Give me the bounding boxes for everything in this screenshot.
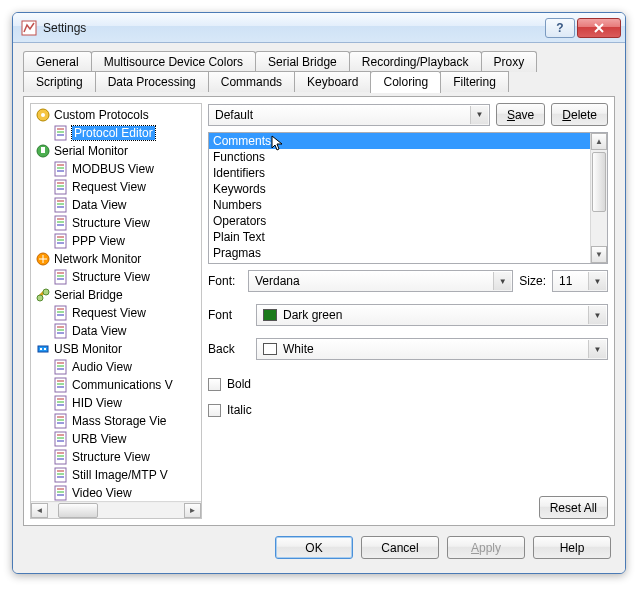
scheme-value: Default	[215, 108, 253, 122]
save-button[interactable]: Save	[496, 103, 545, 126]
svg-point-34	[37, 295, 43, 301]
svg-rect-18	[57, 200, 64, 202]
help-button[interactable]: ?	[545, 18, 575, 38]
category-tree[interactable]: Custom ProtocolsProtocol EditorSerial Mo…	[30, 103, 202, 519]
scroll-thumb[interactable]	[592, 152, 606, 212]
tree-item-structure-view[interactable]: Structure View	[31, 268, 201, 286]
scroll-left-button[interactable]: ◄	[31, 503, 48, 518]
doc-icon	[53, 359, 69, 375]
token-item-numbers[interactable]: Numbers	[209, 197, 590, 213]
tree-item-label: HID View	[72, 396, 122, 410]
token-item-keywords[interactable]: Keywords	[209, 181, 590, 197]
listbox-vertical-scrollbar[interactable]: ▲ ▼	[590, 133, 607, 263]
tree-item-request-view[interactable]: Request View	[31, 178, 201, 196]
svg-rect-31	[57, 272, 64, 274]
tree-item-usb-monitor[interactable]: USB Monitor	[31, 340, 201, 358]
font-family-select[interactable]: Verdana ▼	[248, 270, 513, 292]
tree-item-label: Data View	[72, 324, 126, 338]
svg-rect-45	[40, 348, 42, 350]
doc-icon	[53, 215, 69, 231]
reset-all-button[interactable]: Reset All	[539, 496, 608, 519]
tree-item-label: Video View	[72, 486, 132, 500]
token-item-pragmas[interactable]: Pragmas	[209, 245, 590, 261]
token-item-operators[interactable]: Operators	[209, 213, 590, 229]
tab-multisource-device-colors[interactable]: Multisource Device Colors	[91, 51, 256, 72]
bold-checkbox[interactable]	[208, 378, 221, 391]
tab-serial-bridge[interactable]: Serial Bridge	[255, 51, 350, 72]
svg-rect-20	[57, 206, 64, 208]
svg-rect-6	[57, 134, 64, 136]
ok-button[interactable]: OK	[275, 536, 353, 559]
tab-data-processing[interactable]: Data Processing	[95, 71, 209, 92]
tree-item-urb-view[interactable]: URB View	[31, 430, 201, 448]
tree-item-still-image-mtp-v[interactable]: Still Image/MTP V	[31, 466, 201, 484]
tree-item-data-view[interactable]: Data View	[31, 196, 201, 214]
tab-coloring[interactable]: Coloring	[370, 71, 441, 93]
help-button[interactable]: Help	[533, 536, 611, 559]
font-family-value: Verdana	[255, 274, 300, 288]
delete-button[interactable]: Delete	[551, 103, 608, 126]
token-item-plain-text[interactable]: Plain Text	[209, 229, 590, 245]
tree-item-audio-view[interactable]: Audio View	[31, 358, 201, 376]
tree-item-modbus-view[interactable]: MODBUS View	[31, 160, 201, 178]
token-item-identifiers[interactable]: Identifiers	[209, 165, 590, 181]
tab-scripting[interactable]: Scripting	[23, 71, 96, 92]
svg-rect-64	[57, 434, 64, 436]
cancel-button[interactable]: Cancel	[361, 536, 439, 559]
tab-keyboard[interactable]: Keyboard	[294, 71, 371, 92]
chevron-down-icon: ▼	[588, 340, 606, 358]
tree-item-network-monitor[interactable]: Network Monitor	[31, 250, 201, 268]
tree-item-structure-view[interactable]: Structure View	[31, 214, 201, 232]
tree-item-hid-view[interactable]: HID View	[31, 394, 201, 412]
scroll-track[interactable]	[48, 503, 184, 518]
tree-item-ppp-view[interactable]: PPP View	[31, 232, 201, 250]
font-color-select[interactable]: Dark green ▼	[256, 304, 608, 326]
tree-horizontal-scrollbar[interactable]: ◄ ►	[31, 501, 201, 518]
token-item-comments[interactable]: Comments	[209, 133, 590, 149]
tree-item-video-view[interactable]: Video View	[31, 484, 201, 501]
tab-recording-playback[interactable]: Recording/Playback	[349, 51, 482, 72]
net-orange-icon	[35, 251, 51, 267]
scroll-track[interactable]	[591, 150, 607, 246]
svg-rect-44	[38, 346, 48, 352]
tree-item-communications-v[interactable]: Communications V	[31, 376, 201, 394]
svg-rect-77	[57, 491, 64, 493]
svg-rect-60	[57, 416, 64, 418]
scroll-up-button[interactable]: ▲	[591, 133, 607, 150]
tree-item-serial-monitor[interactable]: Serial Monitor	[31, 142, 201, 160]
color-swatch	[263, 343, 277, 355]
token-listbox[interactable]: CommentsFunctionsIdentifiersKeywordsNumb…	[208, 132, 608, 264]
gear-yellow-icon	[35, 107, 51, 123]
scroll-thumb[interactable]	[58, 503, 98, 518]
doc-icon	[53, 323, 69, 339]
tree-item-custom-protocols[interactable]: Custom Protocols	[31, 106, 201, 124]
italic-label: Italic	[227, 403, 252, 417]
tree-item-protocol-editor[interactable]: Protocol Editor	[31, 124, 201, 142]
tab-filtering[interactable]: Filtering	[440, 71, 509, 92]
doc-icon	[53, 233, 69, 249]
tab-proxy[interactable]: Proxy	[481, 51, 538, 72]
chevron-down-icon: ▼	[493, 272, 511, 290]
plug-green-icon	[35, 143, 51, 159]
scheme-select[interactable]: Default ▼	[208, 104, 490, 126]
close-button[interactable]	[577, 18, 621, 38]
titlebar[interactable]: Settings ?	[13, 13, 625, 43]
tree-item-data-view[interactable]: Data View	[31, 322, 201, 340]
font-size-select[interactable]: 11 ▼	[552, 270, 608, 292]
back-color-select[interactable]: White ▼	[256, 338, 608, 360]
tree-item-serial-bridge[interactable]: Serial Bridge	[31, 286, 201, 304]
tree-item-label: Request View	[72, 306, 146, 320]
italic-checkbox[interactable]	[208, 404, 221, 417]
tree-item-mass-storage-vie[interactable]: Mass Storage Vie	[31, 412, 201, 430]
scroll-down-button[interactable]: ▼	[591, 246, 607, 263]
tree-item-request-view[interactable]: Request View	[31, 304, 201, 322]
apply-button[interactable]: Apply	[447, 536, 525, 559]
tree-item-structure-view[interactable]: Structure View	[31, 448, 201, 466]
tabstrip: GeneralMultisource Device ColorsSerial B…	[23, 51, 615, 92]
token-item-functions[interactable]: Functions	[209, 149, 590, 165]
scroll-right-button[interactable]: ►	[184, 503, 201, 518]
tab-commands[interactable]: Commands	[208, 71, 295, 92]
tree-item-label: Structure View	[72, 270, 150, 284]
tab-general[interactable]: General	[23, 51, 92, 72]
svg-rect-42	[57, 329, 64, 331]
